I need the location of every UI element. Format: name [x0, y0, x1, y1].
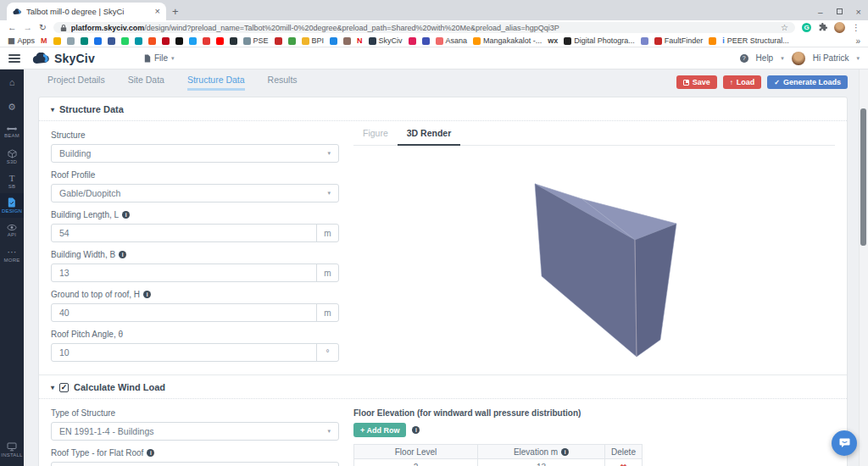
- input-value[interactable]: 10: [52, 344, 316, 361]
- hamburger-menu-icon[interactable]: [8, 54, 20, 63]
- sidebar-item-settings[interactable]: ⚙: [0, 95, 24, 119]
- scrollbar-thumb[interactable]: [860, 108, 866, 246]
- info-icon[interactable]: [143, 291, 151, 298]
- type-of-structure-select[interactable]: EN 1991-1-4 - Buildings: [51, 422, 339, 441]
- reload-icon[interactable]: ↻: [39, 23, 47, 32]
- generate-loads-button[interactable]: Generate Loads: [767, 75, 848, 89]
- tab-structure-data[interactable]: Structure Data: [187, 75, 245, 91]
- bookmark-star-icon[interactable]: [781, 23, 788, 32]
- sidebar-item-design[interactable]: DESIGN: [0, 193, 24, 218]
- bookmark-item[interactable]: SkyCiv: [369, 36, 403, 45]
- close-icon[interactable]: [856, 3, 861, 19]
- bookmark-item[interactable]: [81, 37, 88, 45]
- bookmark-item[interactable]: [162, 37, 170, 45]
- user-avatar[interactable]: [792, 52, 805, 65]
- cell-floor-level[interactable]: 2: [354, 459, 478, 466]
- bookmark-item[interactable]: [330, 37, 337, 45]
- forward-icon[interactable]: →: [24, 23, 33, 32]
- bookmark-item[interactable]: [343, 37, 351, 45]
- bookmark-item[interactable]: [288, 37, 296, 45]
- browser-profile-avatar[interactable]: [834, 22, 845, 33]
- bookmark-item[interactable]: [216, 37, 224, 45]
- bookmarks-overflow-chevron[interactable]: »: [855, 36, 860, 46]
- input-value[interactable]: 54: [52, 225, 316, 241]
- info-icon[interactable]: [412, 426, 420, 434]
- render-canvas[interactable]: [353, 146, 835, 364]
- bookmark-item[interactable]: [108, 37, 115, 45]
- field-input[interactable]: 54 m: [51, 224, 339, 242]
- structure-section-header[interactable]: Structure Data: [39, 97, 847, 121]
- save-button[interactable]: Save: [676, 75, 717, 89]
- bookmark-item[interactable]: [135, 37, 142, 45]
- browser-tab[interactable]: Talbot mill-0 degree | SkyCi: [7, 3, 166, 20]
- bookmark-item[interactable]: ▦ Apps: [8, 36, 35, 45]
- bookmark-item[interactable]: [175, 37, 183, 45]
- field-input[interactable]: 10 °: [51, 343, 339, 362]
- bookmark-item[interactable]: [53, 37, 61, 45]
- field-input[interactable]: 13 m: [51, 264, 339, 282]
- bookmark-item[interactable]: [203, 37, 210, 45]
- tab-figure[interactable]: Figure: [353, 123, 398, 145]
- grammarly-extension-icon[interactable]: G: [802, 23, 811, 32]
- sidebar-item-s3d[interactable]: S3D: [0, 144, 24, 169]
- roof-profile-select[interactable]: Gable/Duopitch: [51, 184, 339, 202]
- info-icon[interactable]: [122, 211, 130, 219]
- bookmark-item[interactable]: BPI: [302, 36, 325, 45]
- bookmark-item[interactable]: [94, 37, 102, 45]
- tab-results[interactable]: Results: [268, 75, 298, 91]
- user-menu[interactable]: Hi Patrick: [813, 53, 849, 63]
- cell-elevation[interactable]: 13: [478, 459, 605, 466]
- bookmark-item[interactable]: [409, 37, 416, 45]
- info-icon[interactable]: [147, 449, 154, 457]
- bookmark-item[interactable]: M: [41, 37, 47, 45]
- delete-row-icon[interactable]: [620, 463, 626, 466]
- bookmark-item[interactable]: [67, 37, 75, 45]
- field-input[interactable]: 40 m: [51, 303, 339, 322]
- structure-select[interactable]: Building: [51, 144, 339, 163]
- info-icon[interactable]: [561, 448, 569, 456]
- bookmark-item[interactable]: N: [357, 37, 363, 45]
- tab-project-details[interactable]: Project Details: [47, 75, 105, 91]
- minimize-icon[interactable]: [818, 3, 823, 19]
- sidebar-item-more[interactable]: ⋯ MORE: [0, 242, 24, 267]
- bookmark-item[interactable]: PSE: [243, 36, 269, 45]
- tab-site-data[interactable]: Site Data: [128, 75, 164, 91]
- bookmark-item[interactable]: [148, 37, 156, 45]
- sidebar-item-home[interactable]: ⌂: [0, 70, 24, 95]
- add-row-button[interactable]: + Add Row: [353, 423, 406, 437]
- bookmark-item[interactable]: [230, 37, 237, 45]
- wind-section-header[interactable]: Calculate Wind Load: [39, 375, 847, 399]
- back-icon[interactable]: ←: [8, 23, 17, 32]
- file-menu[interactable]: File: [144, 53, 175, 63]
- sidebar-item-api[interactable]: API: [0, 218, 24, 242]
- new-tab-button[interactable]: +: [172, 5, 179, 18]
- skyciv-logo[interactable]: SkyCiv: [32, 52, 95, 65]
- bookmark-item[interactable]: wx: [548, 37, 558, 45]
- browser-menu-icon[interactable]: [852, 23, 860, 32]
- tab-3d-render[interactable]: 3D Render: [398, 123, 461, 146]
- bookmark-item[interactable]: [275, 37, 282, 45]
- bookmark-item[interactable]: i PEER Structural...: [722, 36, 789, 45]
- address-bar[interactable]: platform.skyciv.com/design/wind?preload_…: [53, 22, 795, 33]
- bookmark-item[interactable]: Asana: [436, 36, 468, 45]
- scrollbar-track[interactable]: [859, 69, 868, 466]
- load-button[interactable]: Load: [723, 75, 762, 89]
- bookmark-item[interactable]: [189, 37, 197, 45]
- bookmark-item[interactable]: [641, 37, 648, 45]
- help-menu[interactable]: Help: [756, 53, 774, 63]
- bookmark-item[interactable]: FaultFinder: [654, 36, 704, 45]
- bookmark-item[interactable]: Mangakakalot -...: [473, 36, 542, 45]
- restore-icon[interactable]: [837, 8, 843, 14]
- tab-close-icon[interactable]: [155, 7, 160, 16]
- bookmark-item[interactable]: Digital Photogra...: [564, 36, 635, 45]
- roof-type-select[interactable]: [51, 462, 339, 466]
- bookmark-item[interactable]: [422, 37, 430, 45]
- sidebar-item-install[interactable]: INSTALL: [0, 437, 24, 462]
- input-value[interactable]: 13: [52, 264, 316, 281]
- bookmark-item[interactable]: [709, 37, 716, 45]
- chat-widget-button[interactable]: [832, 430, 857, 456]
- sidebar-item-sb[interactable]: T SB: [0, 169, 24, 193]
- sidebar-item-beam[interactable]: BEAM: [0, 119, 24, 144]
- bookmark-item[interactable]: [121, 37, 129, 45]
- info-icon[interactable]: [119, 251, 126, 258]
